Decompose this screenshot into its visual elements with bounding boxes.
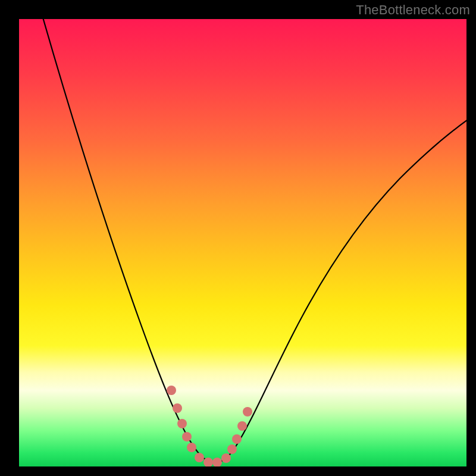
bottleneck-curve xyxy=(19,19,466,466)
svg-point-3 xyxy=(182,432,192,441)
svg-point-11 xyxy=(237,421,247,431)
svg-point-9 xyxy=(227,444,237,454)
svg-point-0 xyxy=(167,386,176,395)
plot-area xyxy=(19,19,466,466)
highlight-dots xyxy=(167,386,252,466)
svg-point-10 xyxy=(232,434,242,444)
svg-point-8 xyxy=(221,453,231,463)
chart-frame: TheBottleneck.com xyxy=(0,0,476,476)
svg-point-5 xyxy=(195,453,204,462)
curve-path xyxy=(40,19,466,462)
svg-point-12 xyxy=(243,407,252,416)
watermark-text: TheBottleneck.com xyxy=(356,2,470,18)
svg-point-7 xyxy=(212,458,222,466)
svg-point-2 xyxy=(177,419,187,428)
svg-point-1 xyxy=(173,403,182,413)
svg-point-4 xyxy=(187,443,196,452)
